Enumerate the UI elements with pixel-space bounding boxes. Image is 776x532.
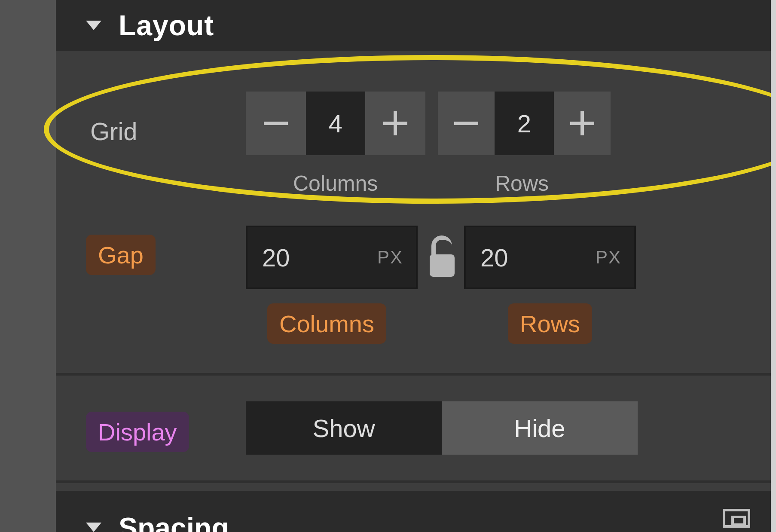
spacing-section-title: Spacing <box>119 511 229 532</box>
section-divider <box>56 480 776 483</box>
caret-down-icon <box>86 523 101 532</box>
display-hide-option[interactable]: Hide <box>442 401 638 455</box>
grid-columns-decrement[interactable] <box>246 92 306 155</box>
row-divider <box>56 373 776 376</box>
grid-columns-increment[interactable] <box>365 92 425 155</box>
grid-rows-value[interactable]: 2 <box>495 92 554 155</box>
grid-label: Grid <box>90 117 137 146</box>
gap-rows-sublabel-chip[interactable]: Rows <box>508 303 592 344</box>
grid-columns-value[interactable]: 4 <box>306 92 365 155</box>
minus-icon <box>454 122 478 125</box>
gap-rows-input[interactable]: 20 PX <box>464 226 636 289</box>
display-segmented-control: Show Hide <box>246 401 638 455</box>
box-model-icon[interactable] <box>723 509 750 528</box>
grid-rows-decrement[interactable] <box>438 92 495 155</box>
minus-icon <box>264 122 288 125</box>
app-background: Layout Grid 4 2 Columns Rows Gap 20 PX <box>0 0 776 532</box>
panel-right-edge <box>771 0 776 532</box>
display-show-option[interactable]: Show <box>246 401 442 455</box>
grid-columns-stepper: 4 <box>246 92 425 155</box>
gap-columns-value: 20 <box>247 243 377 272</box>
lock-body-icon <box>430 254 455 277</box>
spacing-section-header[interactable]: Spacing <box>56 491 776 532</box>
caret-down-icon <box>86 21 101 30</box>
gap-columns-unit[interactable]: PX <box>377 247 416 268</box>
gap-rows-value: 20 <box>466 243 596 272</box>
gap-lock-toggle[interactable] <box>428 235 456 278</box>
style-panel: Layout Grid 4 2 Columns Rows Gap 20 PX <box>56 0 776 532</box>
unlock-icon <box>431 235 452 256</box>
gap-columns-sublabel-chip[interactable]: Columns <box>267 303 386 344</box>
grid-rows-sublabel: Rows <box>495 171 549 196</box>
grid-rows-increment[interactable] <box>554 92 611 155</box>
gap-label-chip[interactable]: Gap <box>86 235 156 275</box>
plus-icon <box>383 111 407 135</box>
grid-rows-stepper: 2 <box>438 92 611 155</box>
plus-icon <box>570 111 594 135</box>
grid-columns-sublabel: Columns <box>293 171 378 196</box>
display-label-chip[interactable]: Display <box>86 412 189 452</box>
gap-rows-unit[interactable]: PX <box>596 247 634 268</box>
layout-section-header[interactable]: Layout <box>56 0 776 51</box>
gap-columns-input[interactable]: 20 PX <box>246 226 418 289</box>
layout-section-title: Layout <box>119 9 214 42</box>
